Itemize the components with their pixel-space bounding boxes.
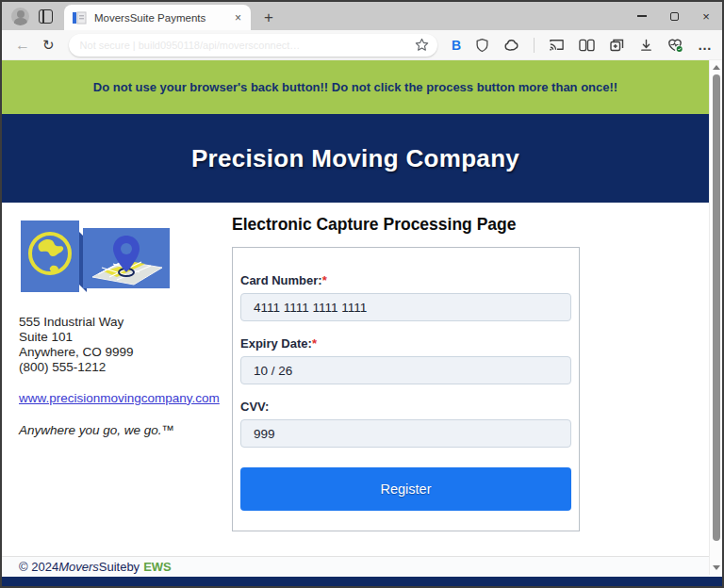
url-text: Not secure | build0950118/api/moversconn… (80, 40, 415, 51)
expiry-date-required-asterisk: * (312, 336, 317, 351)
cvv-input[interactable] (240, 419, 571, 448)
browser-essentials-icon[interactable] (667, 38, 683, 53)
main-content: Electronic Capture Processing Page Card … (219, 203, 709, 556)
tab-favicon-icon (72, 10, 87, 25)
toolbar-extensions: B (452, 37, 713, 53)
browser-toolbar: ← ↻ Not secure | build0950118/api/movers… (2, 30, 722, 60)
page-footer: © 2024 Movers Suite by EWS (2, 556, 709, 577)
shield-extension-icon[interactable] (475, 38, 489, 53)
card-number-required-asterisk: * (322, 273, 327, 287)
brand-suite: Suite (99, 560, 127, 574)
cvv-label-text: CVV: (240, 400, 269, 414)
cvv-label: CVV: (240, 400, 571, 414)
downloads-icon[interactable] (639, 38, 653, 53)
refresh-icon[interactable]: ↻ (42, 38, 55, 52)
bitwarden-extension-icon[interactable]: B (452, 38, 461, 53)
card-number-label: Card Number:* (240, 273, 571, 287)
card-number-label-text: Card Number: (240, 273, 322, 287)
page-content: 555 Industrial Way Suite 101 Anywhere, C… (2, 203, 709, 556)
scrollbar-thumb[interactable] (713, 74, 720, 541)
copilot-icon[interactable] (503, 38, 519, 53)
company-logo (19, 219, 173, 300)
company-tagline: Anywhere you go, we go.™ (19, 423, 219, 437)
maximize-button[interactable] (658, 2, 690, 30)
company-header: Precision Moving Company (2, 114, 709, 203)
brand-movers: Movers (58, 560, 99, 574)
address-bar[interactable]: Not secure | build0950118/api/moversconn… (69, 34, 437, 57)
favorites-star-icon[interactable] (415, 38, 429, 52)
toolbar-separator (534, 38, 535, 53)
scrollbar-down-arrow-icon[interactable] (713, 565, 720, 570)
expiry-date-input[interactable] (240, 356, 571, 384)
company-sidebar: 555 Industrial Way Suite 101 Anywhere, C… (2, 203, 219, 556)
company-website-link[interactable]: www.precisionmovingcompany.com (19, 391, 220, 405)
expiry-date-label: Expiry Date:* (240, 336, 571, 351)
collections-add-icon[interactable] (609, 38, 625, 53)
page-title: Electronic Capture Processing Page (232, 215, 709, 235)
scrollbar-up-arrow-icon[interactable] (713, 65, 720, 70)
bottom-navy-strip (2, 577, 722, 586)
maximize-icon (670, 12, 679, 21)
window-controls: × (626, 2, 722, 30)
profile-avatar-icon[interactable] (11, 8, 29, 25)
tab-moverssuite-payments[interactable]: MoversSuite Payments × (64, 5, 251, 30)
card-number-input[interactable] (240, 293, 571, 321)
copyright-text: © 2024 (19, 560, 58, 574)
close-button[interactable]: × (690, 2, 722, 30)
expiry-date-label-text: Expiry Date: (240, 336, 312, 351)
page-viewport: Do not use your browser's back button!! … (2, 60, 722, 586)
address-line-3: Anywhere, CO 9999 (19, 345, 219, 360)
address-line-4: (800) 555-1212 (19, 360, 219, 375)
cast-icon[interactable] (549, 38, 565, 52)
minimize-icon (637, 15, 647, 17)
ews-link[interactable]: EWS (143, 560, 172, 574)
title-bar-left (2, 2, 53, 30)
vertical-scrollbar[interactable] (709, 60, 722, 575)
minimize-button[interactable] (626, 2, 658, 30)
company-name: Precision Moving Company (191, 144, 519, 173)
browser-window: MoversSuite Payments × + × ← ↻ Not secur… (2, 2, 722, 586)
address-line-2: Suite 101 (19, 330, 219, 345)
register-button[interactable]: Register (240, 467, 571, 511)
settings-menu-icon[interactable]: … (698, 37, 713, 53)
tab-title: MoversSuite Payments (94, 12, 225, 24)
tab-close-icon[interactable]: × (233, 11, 243, 24)
payments-page: Do not use your browser's back button!! … (2, 60, 709, 577)
address-line-1: 555 Industrial Way (19, 315, 219, 330)
workspaces-icon[interactable] (39, 9, 53, 24)
payment-form: Card Number:* Expiry Date:* CVV: Registe… (232, 247, 580, 531)
footer-by-text: by (126, 560, 140, 574)
warning-banner-text: Do not use your browser's back button!! … (93, 80, 617, 94)
back-icon[interactable]: ← (15, 38, 30, 53)
title-bar: MoversSuite Payments × + × (2, 2, 722, 30)
warning-banner: Do not use your browser's back button!! … (2, 60, 709, 114)
new-tab-button[interactable]: + (264, 5, 273, 30)
split-screen-icon[interactable] (579, 39, 595, 52)
